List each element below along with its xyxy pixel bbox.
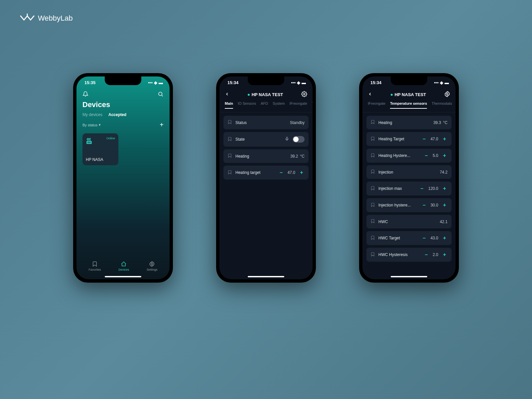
bookmark-icon [370,186,375,192]
phone-mockups: 15:35 ▪▪▪ ◈ ▬ Devices My devices Accepte… [0,73,532,283]
battery-icon: ▬ [159,80,163,85]
row-value: 2.0 [433,252,438,257]
bell-icon[interactable] [82,91,88,97]
home-indicator[interactable] [105,276,141,277]
minus-button[interactable]: – [419,186,425,192]
mic-icon[interactable] [285,137,289,142]
row-hwc[interactable]: HWC 42.1 [366,215,452,228]
row-label: HWC Target [378,236,418,240]
bookmark-icon [227,170,232,176]
screen-main: 15:34 ▪▪▪ ◈ ▬ HP NASA TEST [219,76,313,279]
row-heating[interactable]: Heating 39.3°C [366,116,452,129]
svg-point-2 [151,263,153,265]
plus-button[interactable]: + [442,252,448,258]
tab-io-sensors[interactable]: IO Sensors [238,101,256,109]
minus-button[interactable]: – [278,170,284,176]
brand-name: WebbyLab [38,14,73,23]
row-value: 30.0 [431,203,438,207]
row-value: 47.0 [288,170,295,175]
ios-status-bar: 15:34 ▪▪▪ ◈ ▬ [219,76,313,88]
svg-point-0 [159,92,162,96]
wifi-icon: ◈ [440,80,443,85]
row-value: Standby [290,120,305,125]
webbylab-icon [20,13,35,23]
home-indicator[interactable] [248,276,284,277]
device-card[interactable]: Online HP NASA [82,133,118,165]
row-heating[interactable]: Heating 39.2°C [223,149,309,163]
nav-devices[interactable]: Devices [118,261,129,271]
plus-button[interactable]: + [442,235,448,241]
bookmark-icon [370,235,375,241]
row-hwc-target[interactable]: HWC Target – 43.0 + [366,231,452,245]
minus-button[interactable]: – [421,136,427,142]
status-indicators: ▪▪▪ ◈ ▬ [434,80,449,85]
plus-button[interactable]: + [442,136,448,142]
row-value: 5.0 [433,153,438,158]
plus-button[interactable]: + [442,186,448,192]
row-label: HWC [378,219,437,224]
bookmark-icon [370,219,375,224]
online-dot-icon [391,94,393,96]
tab-afd[interactable]: AFD [261,101,268,109]
settings-gear-icon[interactable] [301,91,307,98]
wifi-icon: ◈ [297,80,300,85]
tab-ifreongate[interactable]: IFreongate [290,101,307,109]
row-injection[interactable]: Injection 74.2 [366,165,452,179]
tab-accepted[interactable]: Accepted [108,112,126,117]
phone-3: 15:34 ▪▪▪ ◈ ▬ HP NASA TEST [359,73,459,283]
filter-label: By status [82,123,97,127]
tab-te[interactable]: Te [312,101,313,109]
plus-button[interactable]: + [299,170,305,176]
back-button[interactable] [368,92,372,97]
ios-status-bar: 15:35 ▪▪▪ ◈ ▬ [76,76,170,88]
status-badge: Online [106,137,115,140]
bottom-nav: Favorites Devices Settings [76,258,170,274]
ios-status-bar: 15:34 ▪▪▪ ◈ ▬ [362,76,456,88]
search-icon[interactable] [158,91,164,97]
row-injection-hysteresis[interactable]: Injection hystere... – 30.0 + [366,198,452,212]
bookmark-icon [227,153,232,159]
tab-main[interactable]: Main [225,101,233,109]
minus-button[interactable]: – [423,252,429,258]
row-label: Heating target [235,170,275,175]
svg-rect-4 [286,137,288,139]
state-toggle[interactable] [293,136,305,143]
settings-gear-icon[interactable] [444,91,450,98]
bookmark-icon [227,137,232,142]
plus-button[interactable]: + [442,202,448,208]
tab-temperature-sensors[interactable]: Temperature sensors [390,101,427,109]
tab-strip[interactable]: IFreongate Temperature sensors Thermosta… [362,101,456,112]
tab-ifreongate[interactable]: IFreongate [368,101,385,109]
nav-favorites[interactable]: Favorites [88,261,101,271]
back-button[interactable] [225,92,229,97]
tab-system[interactable]: System [273,101,285,109]
row-state[interactable]: State [223,132,309,147]
tab-thermostats[interactable]: Thermostats [432,101,452,109]
radiator-icon [86,137,94,146]
row-heating-hysteresis[interactable]: Heating Hystere... – 5.0 + [366,149,452,163]
row-label: Injection hystere... [378,203,418,207]
svg-point-3 [304,93,305,95]
bookmark-icon [370,120,375,125]
row-label: HWC Hysteresis [378,252,420,257]
add-button[interactable]: + [160,121,164,129]
signal-icon: ▪▪▪ [291,80,296,85]
tab-my-devices[interactable]: My devices [82,112,102,117]
row-heating-target[interactable]: Heating Target – 47.0 + [366,132,452,146]
nav-settings[interactable]: Settings [147,261,158,271]
row-heating-target[interactable]: Heating target – 47.0 + [223,166,309,180]
minus-button[interactable]: – [421,202,427,208]
bookmark-icon [370,202,375,208]
row-status[interactable]: Status Standby [223,116,309,129]
filter-by-status[interactable]: By status ▾ [82,123,101,127]
row-injection-max[interactable]: Injection max – 120.0 + [366,182,452,196]
tab-strip[interactable]: Main IO Sensors AFD System IFreongate Te [219,101,313,112]
status-time: 15:34 [227,80,238,85]
status-time: 15:35 [84,80,95,85]
minus-button[interactable]: – [423,153,429,159]
home-indicator[interactable] [391,276,427,277]
plus-button[interactable]: + [442,153,448,159]
row-hwc-hysteresis[interactable]: HWC Hysteresis – 2.0 + [366,248,452,262]
minus-button[interactable]: – [421,235,427,241]
battery-icon: ▬ [445,80,449,85]
